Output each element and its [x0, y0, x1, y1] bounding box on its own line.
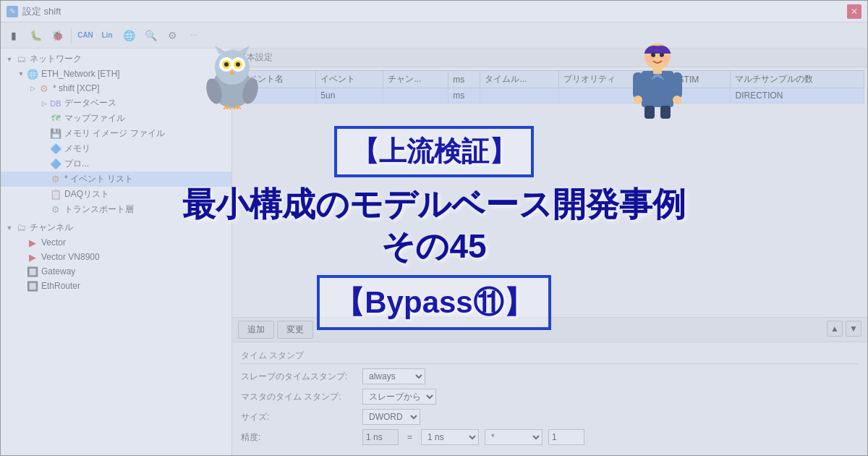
svg-point-7 [236, 62, 240, 67]
owl-character [203, 44, 261, 109]
overlay-title: 【上流検証】 [334, 126, 534, 177]
person-character [629, 41, 686, 113]
svg-point-22 [647, 56, 654, 63]
overlay-subtitle1: 最小構成のモデルベース開発事例 [182, 185, 686, 224]
svg-rect-27 [633, 72, 643, 98]
svg-rect-26 [653, 68, 662, 74]
svg-point-23 [661, 56, 668, 63]
svg-rect-31 [644, 106, 655, 119]
svg-rect-32 [660, 106, 671, 119]
overlay-bypass: 【Bypass⑪】 [317, 275, 550, 330]
svg-rect-28 [672, 72, 682, 98]
overlay-subtitle2: その45 [381, 224, 486, 269]
overlay: 【上流検証】 最小構成のモデルベース開発事例 その45 【Bypass⑪】 [1, 1, 867, 455]
svg-point-29 [634, 96, 642, 104]
main-window: ✎ 設定 shift ✕ ▮ 🐛 🐞 CAN Lin 🌐 🔍 ⚙ ⋯ ▼ 🗂 ネ… [0, 0, 868, 456]
svg-point-30 [673, 96, 681, 104]
svg-point-6 [224, 62, 229, 67]
